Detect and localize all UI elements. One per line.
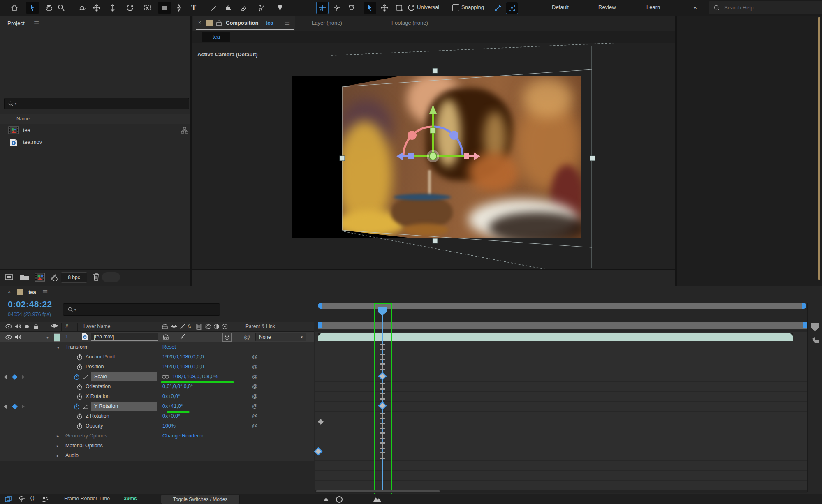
change-renderer-link[interactable]: Change Renderer... [162, 433, 207, 439]
geometry-options-row[interactable]: ▸ Geometry Options Change Renderer... [0, 431, 314, 442]
color-depth-icon[interactable] [49, 273, 58, 281]
close-icon[interactable]: × [8, 289, 11, 295]
time-navigator-end-handle[interactable] [802, 303, 806, 309]
stopwatch-icon[interactable] [76, 393, 83, 400]
orientation-value[interactable]: 0,0°,0,0°,0,0° [162, 384, 193, 389]
type-tool[interactable]: T [188, 2, 200, 14]
timeline-h-scrollbar[interactable] [315, 490, 807, 493]
gizmo-position-mode[interactable] [378, 2, 391, 14]
property-pick-whip-icon[interactable]: @ [252, 413, 257, 419]
render-time-pane-icon[interactable] [42, 495, 49, 503]
transform-reset-link[interactable]: Reset [162, 344, 176, 350]
parent-dropdown[interactable]: None▾ [255, 333, 306, 341]
panel-menu-icon[interactable]: ☰ [285, 19, 290, 27]
timeline-zoom-slider-knob[interactable] [336, 496, 343, 503]
axis-mode-dropdown[interactable]: Universal [417, 4, 439, 10]
orbit-scene-camera-tool[interactable] [331, 2, 343, 14]
tab-layer[interactable]: Layer (none) [312, 20, 342, 26]
tab-composition-tea[interactable]: × Composition tea ☰ [193, 16, 295, 31]
name-column-header[interactable]: Name [16, 116, 30, 122]
workspace-overflow-button[interactable]: » [693, 4, 697, 11]
transform-group-row[interactable]: ▾ Transform Reset [0, 342, 314, 353]
audio-group-row[interactable]: ▸ Audio [0, 451, 314, 461]
link-dimensions-icon[interactable] [162, 375, 169, 379]
anchor-point-value[interactable]: 1920,0,1080,0,0,0 [162, 354, 204, 360]
stopwatch-icon[interactable] [76, 423, 83, 430]
comp-marker-bin-icon[interactable] [811, 323, 819, 331]
layer-3d-switch[interactable] [222, 333, 232, 342]
position-row[interactable]: Position 1920,0,1080,0,0,0 @ [0, 362, 314, 372]
chevron-right-icon[interactable]: ▸ [57, 434, 59, 438]
property-pick-whip-icon[interactable]: @ [252, 393, 257, 399]
gizmo-rotation-mode[interactable] [405, 2, 417, 14]
orientation-row[interactable]: Orientation 0,0°,0,0°,0,0° @ [0, 382, 314, 392]
zoom-out-mountain-icon[interactable] [324, 497, 329, 501]
project-item-tea-mov[interactable]: tea.mov [0, 136, 190, 148]
stopwatch-icon[interactable] [76, 364, 83, 370]
selection-tool[interactable] [26, 2, 39, 14]
add-keyframe-diamond[interactable] [12, 404, 18, 409]
dolly-camera-tool[interactable] [107, 2, 119, 14]
z-rotation-value[interactable]: 0x+0,0° [162, 413, 180, 419]
expand-in-out-icon[interactable]: ⟨⟩ [30, 495, 35, 501]
snap-along-edges-icon[interactable] [506, 2, 518, 14]
scale-row[interactable]: Scale 108,0,108,0,108,0% @ [0, 372, 314, 382]
layer-label-color-chip[interactable] [54, 333, 60, 342]
pen-tool[interactable] [173, 2, 185, 14]
tab-footage[interactable]: Footage (none) [391, 20, 428, 26]
property-pick-whip-icon[interactable]: @ [252, 423, 257, 429]
workspace-tab-learn[interactable]: Learn [646, 4, 660, 10]
property-pick-whip-icon[interactable]: @ [252, 383, 257, 389]
expand-layer-switches-icon[interactable] [5, 495, 12, 503]
scale-value[interactable]: 108,0,108,0,108,0% [172, 374, 218, 379]
home-tool[interactable] [8, 2, 21, 14]
bit-depth-button[interactable]: 8 bpc [61, 272, 87, 283]
next-keyframe-arrow[interactable] [22, 405, 25, 409]
roto-brush-tool[interactable] [255, 2, 267, 14]
property-pick-whip-icon[interactable]: @ [252, 363, 257, 370]
chevron-down-icon[interactable]: ▾ [57, 345, 59, 350]
x-rotation-value[interactable]: 0x+0,0° [162, 393, 180, 399]
rectangle-tool[interactable] [158, 2, 171, 14]
gizmo-selection-mode[interactable] [364, 2, 376, 14]
gizmo-scale-mode[interactable] [393, 2, 405, 14]
workspace-tab-default[interactable]: Default [552, 4, 569, 10]
work-area-end-handle[interactable] [803, 322, 807, 328]
composition-viewer[interactable]: Active Camera (Default) [192, 43, 675, 269]
chevron-right-icon[interactable]: ▸ [57, 444, 59, 448]
expand-transfer-controls-icon[interactable] [19, 495, 26, 503]
stopwatch-icon-active[interactable] [74, 403, 80, 410]
zoom-tool[interactable] [55, 2, 67, 14]
workspace-tab-review[interactable]: Review [598, 4, 616, 10]
comp-nav-tab-tea[interactable]: tea [202, 32, 230, 42]
brush-tool[interactable] [207, 2, 220, 14]
track-camera-tool[interactable] [345, 2, 358, 14]
stopwatch-icon[interactable] [76, 384, 83, 390]
new-folder-icon[interactable] [20, 273, 30, 281]
panel-menu-icon[interactable]: ☰ [42, 289, 48, 296]
toggle-switches-modes-button[interactable]: Toggle Switches / Modes [161, 495, 240, 504]
y-rotation-value[interactable]: 0x+41,0° [162, 403, 183, 409]
y-rotation-row[interactable]: Y Rotation 0x+41,0° @ [0, 402, 314, 412]
stopwatch-icon-active[interactable] [74, 374, 80, 380]
trash-icon[interactable] [92, 273, 100, 282]
chevron-right-icon[interactable]: ▸ [57, 453, 59, 458]
opacity-row[interactable]: Opacity 100% @ [0, 421, 314, 432]
layer-quality-switch[interactable] [180, 333, 185, 340]
x-rotation-row[interactable]: X Rotation 0x+0,0° @ [0, 392, 314, 402]
project-search-field[interactable]: ▾ [4, 98, 189, 109]
layer-name-field[interactable]: [tea.mov] [91, 333, 158, 341]
rotation-tool[interactable] [124, 2, 136, 14]
stopwatch-icon[interactable] [76, 354, 83, 361]
orbit-camera-tool[interactable] [76, 2, 88, 14]
orbit-around-cursor-tool[interactable] [316, 2, 329, 14]
camera-tool[interactable] [141, 2, 153, 14]
layer-row-tea-mov[interactable]: ▾ 1 [tea.mov] @ None▾ [0, 332, 314, 343]
layer-video-eye-icon[interactable] [5, 335, 12, 340]
parent-pick-whip-icon[interactable]: @ [244, 333, 250, 340]
timeline-search-field[interactable]: ▾ [63, 303, 220, 316]
stopwatch-icon[interactable] [76, 413, 83, 420]
hand-tool[interactable] [43, 2, 55, 14]
layer-audio-icon[interactable] [14, 334, 21, 340]
anchor-point-row[interactable]: Anchor Point 1920,0,1080,0,0,0 @ [0, 352, 314, 363]
